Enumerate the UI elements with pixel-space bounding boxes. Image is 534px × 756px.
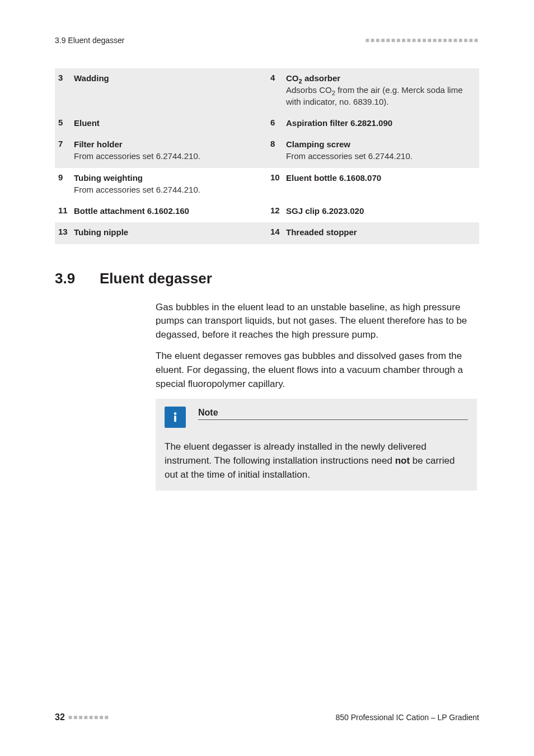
legend-cell: 6 Aspiration filter 6.2821.090 — [267, 113, 479, 134]
body-column: Gas bubbles in the eluent lead to an uns… — [156, 301, 477, 491]
legend-body: Tubing weighting From accessories set 6.… — [74, 172, 260, 196]
legend-body: SGJ clip 6.2023.020 — [286, 206, 472, 217]
legend-title: Bottle attachment 6.1602.160 — [74, 206, 260, 217]
legend-cell: 3 Wadding — [55, 68, 267, 113]
legend-title: Eluent — [74, 118, 260, 129]
legend-title: SGJ clip 6.2023.020 — [286, 206, 472, 217]
legend-body: Tubing nipple — [74, 227, 260, 238]
legend-number: 9 — [58, 172, 74, 182]
note-text: The eluent degasser is already installed… — [165, 440, 468, 482]
legend-number: 13 — [58, 227, 74, 236]
legend-row: 11 Bottle attachment 6.1602.160 12 SGJ c… — [55, 201, 479, 222]
legend-title: Wadding — [74, 73, 260, 84]
svg-point-0 — [174, 413, 177, 416]
legend-body: Eluent bottle 6.1608.070 — [286, 172, 472, 184]
legend-number: 4 — [270, 73, 286, 82]
page-header: 3.9 Eluent degasser ■■■■■■■■■■■■■■■■■■■■… — [55, 36, 479, 45]
component-legend-table: 3 Wadding 4 CO2 adsorber Adsorbs CO2 fro… — [55, 68, 479, 244]
legend-row: 7 Filter holder From accessories set 6.2… — [55, 134, 479, 168]
legend-body: CO2 adsorber Adsorbs CO2 from the air (e… — [286, 73, 472, 108]
legend-cell: 10 Eluent bottle 6.1608.070 — [267, 168, 479, 202]
legend-title: Clamping screw — [286, 139, 472, 150]
body-paragraph: Gas bubbles in the eluent lead to an uns… — [156, 301, 477, 342]
legend-title: Tubing weighting — [74, 172, 260, 184]
legend-title: Filter holder — [74, 139, 260, 150]
legend-cell: 12 SGJ clip 6.2023.020 — [267, 201, 479, 222]
legend-number: 12 — [270, 206, 286, 215]
legend-row: 9 Tubing weighting From accessories set … — [55, 168, 479, 202]
legend-row: 3 Wadding 4 CO2 adsorber Adsorbs CO2 fro… — [55, 68, 479, 113]
legend-title: Eluent bottle 6.1608.070 — [286, 172, 472, 184]
legend-number: 10 — [270, 172, 286, 182]
legend-title: Threaded stopper — [286, 227, 472, 238]
legend-body: Aspiration filter 6.2821.090 — [286, 118, 472, 129]
legend-number: 14 — [270, 227, 286, 236]
legend-cell: 14 Threaded stopper — [267, 222, 479, 244]
footer-right: 850 Professional IC Cation – LP Gradient — [335, 713, 479, 722]
legend-cell: 13 Tubing nipple — [55, 222, 267, 244]
legend-cell: 5 Eluent — [55, 113, 267, 134]
legend-number: 11 — [58, 206, 74, 215]
legend-cell: 11 Bottle attachment 6.1602.160 — [55, 201, 267, 222]
legend-body: Bottle attachment 6.1602.160 — [74, 206, 260, 217]
legend-cell: 8 Clamping screw From accessories set 6.… — [267, 134, 479, 168]
info-icon — [165, 407, 186, 428]
page: 3.9 Eluent degasser ■■■■■■■■■■■■■■■■■■■■… — [0, 0, 534, 756]
section-title: Eluent degasser — [100, 270, 212, 287]
svg-rect-1 — [174, 416, 176, 422]
section-heading: 3.9 Eluent degasser — [55, 270, 479, 287]
legend-desc: Adsorbs CO2 from the air (e.g. Merck sod… — [286, 85, 472, 108]
info-icon-svg — [169, 411, 181, 423]
legend-title: CO2 adsorber — [286, 73, 472, 84]
page-footer: 32 ■■■■■■■■ 850 Professional IC Cation –… — [55, 712, 479, 722]
legend-body: Threaded stopper — [286, 227, 472, 238]
running-header-left: 3.9 Eluent degasser — [55, 36, 125, 45]
legend-body: Eluent — [74, 118, 260, 129]
note-label-wrap: Note — [198, 407, 468, 420]
legend-number: 8 — [270, 139, 286, 148]
legend-row: 13 Tubing nipple 14 Threaded stopper — [55, 222, 479, 244]
footer-left: 32 ■■■■■■■■ — [55, 712, 110, 722]
legend-title: Aspiration filter 6.2821.090 — [286, 118, 472, 129]
legend-desc: From accessories set 6.2744.210. — [74, 184, 260, 195]
legend-number: 6 — [270, 118, 286, 127]
running-header-dots: ■■■■■■■■■■■■■■■■■■■■■■ — [366, 36, 479, 44]
legend-desc: From accessories set 6.2744.210. — [286, 151, 472, 162]
legend-number: 3 — [58, 73, 74, 82]
legend-desc: From accessories set 6.2744.210. — [74, 151, 260, 162]
legend-number: 7 — [58, 139, 74, 148]
legend-row: 5 Eluent 6 Aspiration filter 6.2821.090 — [55, 113, 479, 134]
page-number: 32 — [55, 712, 65, 722]
note-callout: Note The eluent degasser is already inst… — [156, 399, 477, 491]
legend-number: 5 — [58, 118, 74, 127]
legend-cell: 9 Tubing weighting From accessories set … — [55, 168, 267, 202]
legend-body: Clamping screw From accessories set 6.27… — [286, 139, 472, 162]
legend-cell: 7 Filter holder From accessories set 6.2… — [55, 134, 267, 168]
body-paragraph: The eluent degasser removes gas bubbles … — [156, 349, 477, 391]
legend-body: Wadding — [74, 73, 260, 84]
note-label: Note — [198, 408, 468, 420]
legend-cell: 4 CO2 adsorber Adsorbs CO2 from the air … — [267, 68, 479, 113]
legend-body: Filter holder From accessories set 6.274… — [74, 139, 260, 162]
legend-title: Tubing nipple — [74, 227, 260, 238]
note-head: Note — [165, 407, 468, 428]
footer-dots: ■■■■■■■■ — [68, 713, 110, 721]
section-number: 3.9 — [55, 270, 100, 287]
